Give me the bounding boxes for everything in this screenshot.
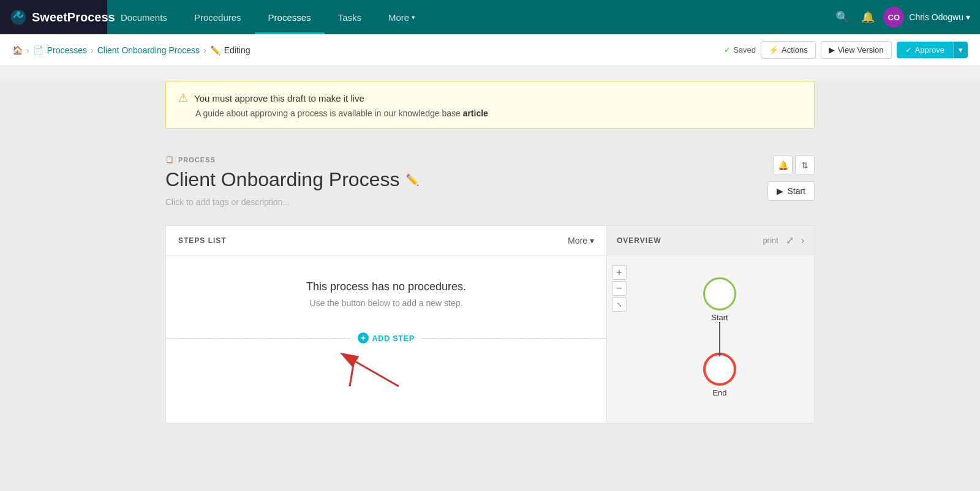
start-button[interactable]: ▶ ▶ Start [767, 181, 815, 201]
notifications-button[interactable]: 🔔 [858, 7, 878, 28]
check-icon: ✓ [724, 45, 731, 54]
collapse-icon[interactable]: › [801, 235, 804, 246]
steps-body: This process has no procedures. Use the … [166, 256, 606, 423]
nav-more[interactable]: More ▾ [375, 0, 429, 34]
svg-point-1 [17, 11, 20, 14]
bell-process-button[interactable]: 🔔 [773, 156, 793, 175]
warning-icon: ⚠ [178, 91, 188, 105]
actions-button[interactable]: ⚡ Actions [761, 41, 816, 59]
breadcrumb-bar: 🏠 › 📄 Processes › Client Onboarding Proc… [0, 34, 980, 66]
process-description[interactable]: Click to add tags or description... [165, 197, 815, 207]
breadcrumb-processes-link[interactable]: Processes [47, 45, 87, 55]
steps-header: STEPS LIST More ▾ [166, 226, 606, 256]
overview-actions: print ⤢ › [763, 234, 804, 246]
flow-start-node [703, 277, 736, 310]
sort-button[interactable]: ⇅ [795, 156, 815, 175]
approve-check-icon: ✓ [905, 45, 912, 54]
overview-header: OVERVIEW print ⤢ › [607, 226, 814, 255]
approve-dropdown-button[interactable]: ▾ [953, 42, 968, 58]
add-step-line-right [422, 338, 606, 339]
breadcrumb: 🏠 › 📄 Processes › Client Onboarding Proc… [12, 45, 251, 55]
process-title: Client Onboarding Process ✏️ [165, 168, 815, 191]
bell-icon: 🔔 [861, 10, 875, 24]
breadcrumb-sep-1: › [26, 45, 29, 55]
flow-connector [719, 322, 720, 353]
header-icons: 🔔 ⇅ [773, 156, 815, 175]
approve-chevron-icon: ▾ [959, 45, 963, 54]
add-step-line-left [166, 338, 350, 339]
warning-body: A guide about approving a process is ava… [195, 108, 802, 118]
flow-start-item: Start [703, 277, 736, 322]
process-header: 📋 PROCESS Client Onboarding Process ✏️ C… [165, 143, 815, 225]
logo-icon [10, 9, 27, 26]
breadcrumb-sep-2: › [91, 45, 94, 55]
flow-end-label: End [712, 388, 726, 397]
svg-line-3 [356, 362, 399, 386]
flow-diagram: Start End [617, 265, 804, 410]
breadcrumb-current: Editing [224, 45, 251, 55]
more-chevron-icon: ▾ [412, 13, 415, 21]
steps-title: STEPS LIST [178, 236, 227, 245]
process-doc-icon: 📋 [165, 156, 175, 163]
breadcrumb-sep-3: › [203, 45, 206, 55]
flow-end-item: End [703, 353, 736, 397]
process-header-right: 🔔 ⇅ ▶ ▶ Start [767, 156, 815, 201]
nav-documents[interactable]: Documents [107, 0, 181, 34]
steps-more-button[interactable]: More ▾ [568, 236, 594, 246]
top-nav: SweetProcess Documents Procedures Proces… [0, 0, 980, 34]
breadcrumb-home[interactable]: 🏠 [12, 45, 23, 55]
nav-right: 🔍 🔔 CO Chris Odogwu ▾ [832, 7, 980, 28]
steps-empty-title: This process has no procedures. [178, 280, 594, 293]
overview-body: + − ⤡ Start End [607, 255, 814, 419]
steps-panel: STEPS LIST More ▾ This process has no pr… [165, 225, 606, 424]
process-edit-icon[interactable]: ✏️ [405, 173, 419, 187]
user-name[interactable]: Chris Odogwu ▾ [909, 12, 970, 22]
lightning-icon: ⚡ [769, 45, 778, 54]
logo-text: SweetProcess [32, 10, 115, 24]
breadcrumb-actions: ✓ Saved ⚡ Actions ▶ View Version ✓ Appro… [724, 41, 968, 59]
sort-icon: ⇅ [801, 160, 809, 170]
overview-title: OVERVIEW [617, 236, 661, 245]
nav-tasks[interactable]: Tasks [325, 0, 375, 34]
flow-start-label: Start [711, 313, 728, 322]
breadcrumb-processes-icon: 📄 [33, 45, 43, 55]
search-button[interactable]: 🔍 [832, 7, 853, 28]
approve-group: ✓ Approve ▾ [897, 42, 968, 58]
overview-panel: OVERVIEW print ⤢ › + − ⤡ St [606, 225, 815, 424]
svg-line-4 [350, 364, 353, 386]
approve-button[interactable]: ✓ Approve [897, 42, 953, 58]
red-arrow-container [178, 350, 594, 399]
add-step-icon: + [358, 332, 369, 343]
breadcrumb-process-name[interactable]: Client Onboarding Process [97, 45, 200, 55]
warning-article-link[interactable]: article [463, 108, 488, 118]
avatar[interactable]: CO [883, 7, 904, 28]
view-version-button[interactable]: ▶ View Version [821, 41, 892, 59]
warning-title: ⚠ You must approve this draft to make it… [178, 91, 802, 105]
add-step-button[interactable]: + ADD STEP [350, 332, 422, 343]
nav-procedures[interactable]: Procedures [181, 0, 255, 34]
nav-items: Documents Procedures Processes Tasks Mor… [107, 0, 832, 34]
steps-empty-sub: Use the button below to add a new step. [178, 298, 594, 308]
logo[interactable]: SweetProcess [0, 0, 107, 34]
search-icon: 🔍 [835, 10, 849, 24]
red-arrow [337, 350, 411, 401]
breadcrumb-edit-icon: ✏️ [210, 45, 221, 55]
saved-status: ✓ Saved [724, 45, 756, 54]
print-button[interactable]: print [763, 236, 778, 245]
steps-more-chevron-icon: ▾ [590, 236, 594, 246]
expand-icon[interactable]: ⤢ [786, 234, 794, 246]
bell-process-icon: 🔔 [778, 160, 788, 170]
user-chevron-icon: ▾ [966, 12, 970, 22]
arrow-right-icon: ▶ [829, 45, 835, 54]
add-step-row: + ADD STEP [166, 332, 606, 343]
main-content: ⚠ You must approve this draft to make it… [0, 81, 980, 491]
play-icon: ▶ [777, 186, 783, 196]
process-label: 📋 PROCESS [165, 156, 815, 163]
warning-banner: ⚠ You must approve this draft to make it… [165, 81, 815, 129]
nav-processes[interactable]: Processes [255, 0, 325, 34]
